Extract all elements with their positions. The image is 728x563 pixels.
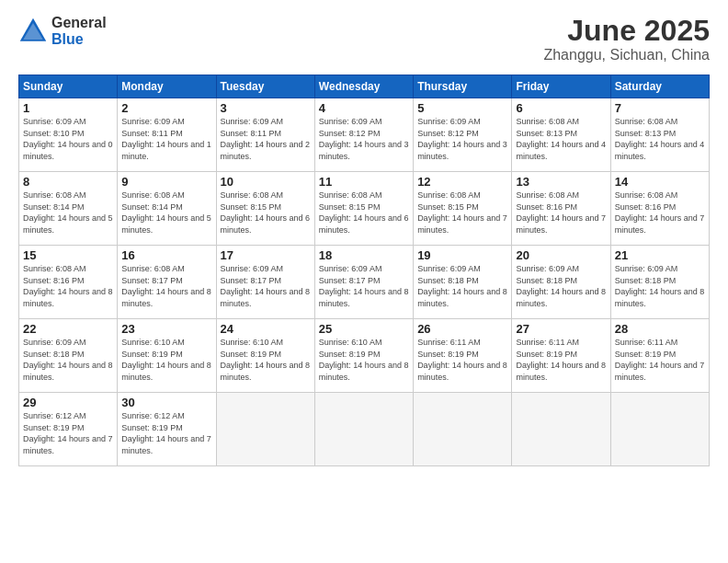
day-number: 4 xyxy=(319,101,409,115)
day-number: 24 xyxy=(221,322,311,336)
day-number: 22 xyxy=(23,322,113,336)
day-info: Sunrise: 6:10 AMSunset: 8:19 PMDaylight:… xyxy=(221,337,311,383)
logo-general: General xyxy=(51,15,107,31)
day-number: 11 xyxy=(319,175,409,189)
title-block: June 2025 Zhanggu, Sichuan, China xyxy=(543,15,710,63)
day-number: 6 xyxy=(516,101,606,115)
day-number: 12 xyxy=(417,175,507,189)
day-number: 14 xyxy=(615,175,705,189)
day-number: 9 xyxy=(121,175,211,189)
day-number: 21 xyxy=(615,248,705,262)
table-row: 15Sunrise: 6:08 AMSunset: 8:16 PMDayligh… xyxy=(19,246,118,319)
table-row: 12Sunrise: 6:08 AMSunset: 8:15 PMDayligh… xyxy=(414,172,512,246)
table-row: 25Sunrise: 6:10 AMSunset: 8:19 PMDayligh… xyxy=(314,319,413,393)
table-row: 17Sunrise: 6:09 AMSunset: 8:17 PMDayligh… xyxy=(216,246,314,319)
day-number: 28 xyxy=(615,322,705,336)
col-saturday: Saturday xyxy=(610,75,709,98)
day-number: 13 xyxy=(516,175,606,189)
table-row: 20Sunrise: 6:09 AMSunset: 8:18 PMDayligh… xyxy=(512,246,610,319)
table-row: 26Sunrise: 6:11 AMSunset: 8:19 PMDayligh… xyxy=(414,319,512,393)
day-info: Sunrise: 6:08 AMSunset: 8:13 PMDaylight:… xyxy=(516,116,606,162)
day-info: Sunrise: 6:09 AMSunset: 8:10 PMDaylight:… xyxy=(23,116,113,162)
table-row: 2Sunrise: 6:09 AMSunset: 8:11 PMDaylight… xyxy=(118,98,216,172)
table-row: 18Sunrise: 6:09 AMSunset: 8:17 PMDayligh… xyxy=(314,246,413,319)
day-info: Sunrise: 6:08 AMSunset: 8:13 PMDaylight:… xyxy=(615,116,705,162)
table-row: 6Sunrise: 6:08 AMSunset: 8:13 PMDaylight… xyxy=(512,98,610,172)
col-wednesday: Wednesday xyxy=(314,75,413,98)
day-info: Sunrise: 6:09 AMSunset: 8:12 PMDaylight:… xyxy=(319,116,409,162)
day-number: 16 xyxy=(121,248,211,262)
col-tuesday: Tuesday xyxy=(216,75,314,98)
calendar-row: 8Sunrise: 6:08 AMSunset: 8:14 PMDaylight… xyxy=(19,172,710,246)
calendar-table: Sunday Monday Tuesday Wednesday Thursday… xyxy=(18,75,710,466)
logo: General Blue xyxy=(18,15,107,47)
table-row: 1Sunrise: 6:09 AMSunset: 8:10 PMDaylight… xyxy=(19,98,118,172)
day-number: 15 xyxy=(23,248,113,262)
table-row: 22Sunrise: 6:09 AMSunset: 8:18 PMDayligh… xyxy=(19,319,118,393)
col-thursday: Thursday xyxy=(414,75,512,98)
day-info: Sunrise: 6:09 AMSunset: 8:17 PMDaylight:… xyxy=(319,263,409,309)
table-row xyxy=(610,393,709,466)
col-monday: Monday xyxy=(118,75,216,98)
day-info: Sunrise: 6:09 AMSunset: 8:18 PMDaylight:… xyxy=(417,263,507,309)
day-info: Sunrise: 6:09 AMSunset: 8:11 PMDaylight:… xyxy=(221,116,311,162)
page-header: General Blue June 2025 Zhanggu, Sichuan,… xyxy=(18,15,710,63)
day-info: Sunrise: 6:08 AMSunset: 8:16 PMDaylight:… xyxy=(516,190,606,236)
table-row: 21Sunrise: 6:09 AMSunset: 8:18 PMDayligh… xyxy=(610,246,709,319)
day-number: 29 xyxy=(23,396,113,409)
day-info: Sunrise: 6:08 AMSunset: 8:16 PMDaylight:… xyxy=(615,190,705,236)
day-info: Sunrise: 6:08 AMSunset: 8:15 PMDaylight:… xyxy=(417,190,507,236)
day-number: 23 xyxy=(121,322,211,336)
calendar-row: 15Sunrise: 6:08 AMSunset: 8:16 PMDayligh… xyxy=(19,246,710,319)
logo-icon xyxy=(18,17,48,46)
table-row xyxy=(314,393,413,466)
calendar-body: 1Sunrise: 6:09 AMSunset: 8:10 PMDaylight… xyxy=(19,98,710,466)
table-row xyxy=(216,393,314,466)
day-info: Sunrise: 6:11 AMSunset: 8:19 PMDaylight:… xyxy=(615,337,705,383)
table-row: 3Sunrise: 6:09 AMSunset: 8:11 PMDaylight… xyxy=(216,98,314,172)
table-row: 13Sunrise: 6:08 AMSunset: 8:16 PMDayligh… xyxy=(512,172,610,246)
calendar-header-row: Sunday Monday Tuesday Wednesday Thursday… xyxy=(19,75,710,98)
day-info: Sunrise: 6:10 AMSunset: 8:19 PMDaylight:… xyxy=(319,337,409,383)
table-row xyxy=(512,393,610,466)
day-number: 19 xyxy=(417,248,507,262)
day-number: 10 xyxy=(221,175,311,189)
day-info: Sunrise: 6:09 AMSunset: 8:17 PMDaylight:… xyxy=(221,263,311,309)
day-number: 8 xyxy=(23,175,113,189)
day-info: Sunrise: 6:12 AMSunset: 8:19 PMDaylight:… xyxy=(121,410,211,456)
logo-text: General Blue xyxy=(51,15,107,47)
day-info: Sunrise: 6:08 AMSunset: 8:17 PMDaylight:… xyxy=(121,263,211,309)
location: Zhanggu, Sichuan, China xyxy=(543,47,710,63)
table-row: 23Sunrise: 6:10 AMSunset: 8:19 PMDayligh… xyxy=(118,319,216,393)
day-info: Sunrise: 6:11 AMSunset: 8:19 PMDaylight:… xyxy=(516,337,606,383)
table-row: 7Sunrise: 6:08 AMSunset: 8:13 PMDaylight… xyxy=(610,98,709,172)
day-number: 27 xyxy=(516,322,606,336)
table-row xyxy=(414,393,512,466)
day-number: 2 xyxy=(121,101,211,115)
table-row: 24Sunrise: 6:10 AMSunset: 8:19 PMDayligh… xyxy=(216,319,314,393)
day-info: Sunrise: 6:08 AMSunset: 8:15 PMDaylight:… xyxy=(319,190,409,236)
day-info: Sunrise: 6:09 AMSunset: 8:18 PMDaylight:… xyxy=(23,337,113,383)
day-number: 3 xyxy=(221,101,311,115)
day-number: 26 xyxy=(417,322,507,336)
day-info: Sunrise: 6:09 AMSunset: 8:18 PMDaylight:… xyxy=(516,263,606,309)
day-info: Sunrise: 6:09 AMSunset: 8:12 PMDaylight:… xyxy=(417,116,507,162)
day-number: 17 xyxy=(221,248,311,262)
col-sunday: Sunday xyxy=(19,75,118,98)
calendar-row: 22Sunrise: 6:09 AMSunset: 8:18 PMDayligh… xyxy=(19,319,710,393)
table-row: 4Sunrise: 6:09 AMSunset: 8:12 PMDaylight… xyxy=(314,98,413,172)
day-number: 20 xyxy=(516,248,606,262)
table-row: 10Sunrise: 6:08 AMSunset: 8:15 PMDayligh… xyxy=(216,172,314,246)
logo-blue: Blue xyxy=(51,31,107,48)
day-info: Sunrise: 6:11 AMSunset: 8:19 PMDaylight:… xyxy=(417,337,507,383)
calendar-row: 1Sunrise: 6:09 AMSunset: 8:10 PMDaylight… xyxy=(19,98,710,172)
day-number: 5 xyxy=(417,101,507,115)
table-row: 14Sunrise: 6:08 AMSunset: 8:16 PMDayligh… xyxy=(610,172,709,246)
calendar-row: 29Sunrise: 6:12 AMSunset: 8:19 PMDayligh… xyxy=(19,393,710,466)
table-row: 28Sunrise: 6:11 AMSunset: 8:19 PMDayligh… xyxy=(610,319,709,393)
table-row: 16Sunrise: 6:08 AMSunset: 8:17 PMDayligh… xyxy=(118,246,216,319)
day-info: Sunrise: 6:10 AMSunset: 8:19 PMDaylight:… xyxy=(121,337,211,383)
day-info: Sunrise: 6:12 AMSunset: 8:19 PMDaylight:… xyxy=(23,410,113,456)
day-number: 30 xyxy=(121,396,211,409)
day-info: Sunrise: 6:09 AMSunset: 8:18 PMDaylight:… xyxy=(615,263,705,309)
